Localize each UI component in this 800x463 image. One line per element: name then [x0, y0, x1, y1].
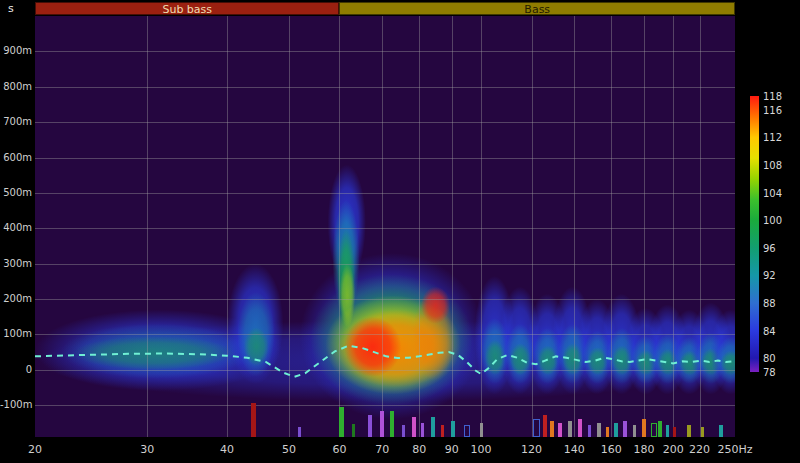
time-axis-unit-label: s — [8, 2, 14, 15]
colorbar-tick-label: 116 — [763, 105, 782, 116]
y-tick-label: 0 — [0, 364, 32, 375]
y-tick-label: -100m — [0, 399, 32, 410]
colorbar-tick-label: 78 — [763, 367, 776, 378]
x-tick-label: 180 — [633, 443, 654, 456]
x-tick-label: 220 — [689, 443, 710, 456]
colorbar-gradient — [750, 96, 759, 372]
spectrogram-canvas[interactable] — [35, 16, 735, 437]
y-tick-label: 300m — [0, 258, 32, 269]
y-tick-label: 800m — [0, 81, 32, 92]
y-tick-label: 500m — [0, 187, 32, 198]
y-tick-label: 600m — [0, 152, 32, 163]
x-tick-label: 30 — [140, 443, 154, 456]
colorbar-tick-label: 112 — [763, 132, 782, 143]
colorbar-tick-label: 96 — [763, 243, 776, 254]
colorbar-tick-label: 104 — [763, 188, 782, 199]
colorbar-tick-label: 92 — [763, 270, 776, 281]
y-tick-label: 900m — [0, 45, 32, 56]
x-tick-label: 140 — [564, 443, 585, 456]
colorbar-tick-label: 108 — [763, 160, 782, 171]
y-tick-label: 100m — [0, 328, 32, 339]
colorbar-tick-label: 100 — [763, 215, 782, 226]
spectrogram-window: s Sub bass Bass 900m800m700m600m500m400m… — [0, 0, 800, 463]
x-tick-label: 250Hz — [717, 443, 752, 456]
band-bass-label: Bass — [524, 3, 550, 16]
x-tick-label: 90 — [445, 443, 459, 456]
colorbar-tick-label: 88 — [763, 298, 776, 309]
x-tick-label: 120 — [521, 443, 542, 456]
band-sub-bass: Sub bass — [35, 2, 339, 15]
x-tick-label: 80 — [412, 443, 426, 456]
x-tick-label: 60 — [332, 443, 346, 456]
x-tick-label: 20 — [28, 443, 42, 456]
x-tick-label: 100 — [471, 443, 492, 456]
colorbar-tick-label: 84 — [763, 326, 776, 337]
x-tick-label: 50 — [282, 443, 296, 456]
colorbar-tick-label: 118 — [763, 91, 782, 102]
x-tick-label: 40 — [220, 443, 234, 456]
x-tick-label: 70 — [375, 443, 389, 456]
band-sub-bass-label: Sub bass — [162, 3, 212, 16]
x-tick-label: 200 — [663, 443, 684, 456]
y-tick-label: 700m — [0, 116, 32, 127]
x-tick-label: 160 — [601, 443, 622, 456]
band-bass: Bass — [339, 2, 735, 15]
y-tick-label: 400m — [0, 222, 32, 233]
y-tick-label: 200m — [0, 293, 32, 304]
colorbar-tick-label: 80 — [763, 353, 776, 364]
